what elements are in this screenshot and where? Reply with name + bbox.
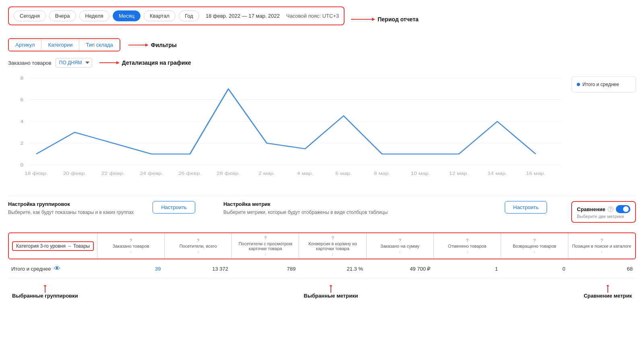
settings-groupings-description: Выберите, как будут показаны товары и в …: [8, 210, 144, 215]
chart-svg: 8 6 4 2 0 18 февр. 20 февр. 22 февр. 24 …: [8, 72, 572, 185]
eye-icon[interactable]: 👁: [54, 265, 60, 272]
col-returned-sort-icon[interactable]: ↓: [533, 249, 535, 254]
svg-text:12 мар.: 12 мар.: [449, 171, 469, 176]
detalization-select[interactable]: ПО ДНЯМ: [56, 58, 92, 68]
comparison-title: Сравнение: [577, 206, 605, 212]
col-canceled-sort-icon[interactable]: ↓: [466, 249, 468, 254]
settings-groupings-title: Настройка группировок: [8, 201, 144, 207]
legend-item: Итого и среднее: [577, 82, 631, 87]
svg-text:14 мар.: 14 мар.: [487, 171, 507, 176]
comparison-block: Сравнение ? Выберите две метрики: [571, 201, 636, 223]
period-arrow-icon: [351, 16, 375, 23]
svg-marker-5: [116, 61, 120, 64]
col-position: ? Позиция в поиске и каталоге ↓: [568, 233, 635, 259]
col-canceled: ? Отменено товаров ↓: [434, 233, 501, 259]
comparison-toggle[interactable]: [616, 205, 630, 213]
groupings-annotation-label: Выбранные группировки: [12, 293, 78, 299]
col-visitors-all: ? Посетители, всего ↓: [165, 233, 232, 259]
svg-text:26 февр.: 26 февр.: [178, 171, 202, 176]
period-year-button[interactable]: Год: [179, 10, 199, 21]
col-visitors-sort-icon[interactable]: ↓: [197, 249, 199, 254]
svg-text:24 февр.: 24 февр.: [140, 171, 163, 176]
col-returned: ? Возвращено товаров ↓: [501, 233, 568, 259]
svg-text:6: 6: [20, 97, 23, 102]
table-col-grouping: Категория 3-го уровня → Товары: [9, 233, 97, 259]
filters-annotation-label: Фильтры: [151, 42, 177, 48]
filters-arrow-icon: [128, 42, 149, 48]
svg-marker-35: [606, 285, 609, 286]
settings-metrics-description: Выберите метрики, которые будут отображе…: [223, 210, 497, 215]
total-ordered: 39: [97, 264, 164, 273]
svg-text:0: 0: [20, 162, 23, 167]
filters-box: Артикул Категории Тип склада: [8, 38, 120, 51]
filter-categories-button[interactable]: Категории: [41, 39, 79, 51]
col-sum-help-icon: ?: [399, 238, 401, 243]
table-area: Категория 3-го уровня → Товары ? Заказан…: [8, 232, 636, 278]
legend-dot: [577, 83, 580, 86]
col-returned-help-icon: ?: [533, 238, 536, 243]
col-canceled-help-icon: ?: [466, 238, 469, 243]
svg-marker-1: [372, 18, 375, 21]
table-metrics-headers: ? Заказано товаров ↓ ? Посетители, всего…: [97, 233, 635, 259]
chart-main: 8 6 4 2 0 18 февр. 20 февр. 22 февр. 24 …: [8, 72, 572, 186]
comparison-annotation-label: Сравнение метрик: [584, 293, 632, 299]
svg-text:18 февр.: 18 февр.: [25, 171, 48, 176]
groupings-configure-button[interactable]: Настроить: [153, 201, 195, 214]
col-visitors-help-icon: ?: [197, 238, 199, 243]
settings-row: Настройка группировок Выберите, как буду…: [8, 196, 636, 228]
comparison-help-icon[interactable]: ?: [608, 206, 613, 212]
svg-text:6 мар.: 6 мар.: [335, 171, 352, 176]
col-ordered-help-icon: ?: [130, 238, 132, 243]
legend-label: Итого и среднее: [582, 82, 619, 87]
svg-text:28 февр.: 28 февр.: [217, 171, 240, 176]
detalization-label: Заказано товаров: [8, 60, 52, 66]
groupings-arrow-up-icon: [39, 285, 51, 293]
svg-marker-33: [329, 285, 332, 286]
svg-text:22 февр.: 22 февр.: [101, 171, 125, 176]
svg-marker-31: [43, 285, 47, 286]
period-month-button[interactable]: Месяц: [113, 10, 140, 21]
table-total-row: Итого и среднее 👁 39 13 372 789 21.3 % 4…: [8, 259, 636, 278]
comparison-arrow-up-icon: [602, 285, 614, 293]
period-week-button[interactable]: Неделя: [79, 10, 109, 21]
col-ordered-label: Заказано товаров: [112, 244, 149, 249]
period-quarter-button[interactable]: Квартал: [144, 10, 175, 21]
col-position-sort-icon[interactable]: ↓: [601, 249, 603, 254]
detalization-arrow-icon: [99, 60, 120, 66]
period-row: Сегодня Вчера Неделя Месяц Квартал Год 1…: [8, 6, 345, 25]
metrics-configure-button[interactable]: Настроить: [505, 201, 547, 214]
grouping-tag: Категория 3-го уровня → Товары: [12, 241, 94, 251]
svg-text:8: 8: [20, 76, 23, 80]
total-returned: 0: [501, 264, 569, 273]
col-returned-label: Возвращено товаров: [513, 244, 556, 249]
chart-legend: Итого и среднее: [572, 76, 636, 92]
svg-text:4 мар.: 4 мар.: [297, 171, 314, 176]
settings-metrics-title: Настройка метрик: [223, 201, 497, 207]
col-canceled-label: Отменено товаров: [448, 244, 487, 249]
total-canceled: 1: [434, 264, 502, 273]
filter-article-button[interactable]: Артикул: [9, 39, 41, 51]
period-today-button[interactable]: Сегодня: [14, 10, 46, 21]
total-sum: 49 700 ₽: [366, 264, 434, 273]
total-visitors-card: 789: [231, 264, 299, 273]
svg-text:16 мар.: 16 мар.: [526, 171, 546, 176]
svg-text:2 мар.: 2 мар.: [258, 171, 275, 176]
period-yesterday-button[interactable]: Вчера: [49, 10, 76, 21]
col-sum-sort-icon[interactable]: ↓: [399, 249, 401, 254]
col-cart-sort-icon[interactable]: ↓: [332, 252, 334, 256]
col-position-label: Позиция в поиске и каталоге: [572, 244, 631, 249]
total-cart-conversion: 21.3 %: [299, 264, 367, 273]
filter-warehouse-button[interactable]: Тип склада: [79, 39, 119, 51]
svg-marker-3: [145, 43, 149, 47]
col-ordered-sort-icon[interactable]: ↓: [130, 249, 132, 254]
svg-text:8 мар.: 8 мар.: [374, 171, 390, 176]
col-cart-conversion: ? Конверсия в корзину из карточки товара…: [299, 233, 366, 259]
col-ordered: ? Заказано товаров ↓: [97, 233, 165, 259]
col-visitors-card-label: Посетители с просмотром карточки товара: [233, 241, 297, 251]
col-visitors-card-sort-icon[interactable]: ↓: [264, 252, 266, 256]
svg-text:20 февр.: 20 февр.: [63, 171, 87, 176]
col-visitors-all-label: Посетители, всего: [180, 244, 217, 249]
detalization-row: Заказано товаров ПО ДНЯМ Детализация на …: [8, 58, 636, 68]
filters-row: Артикул Категории Тип склада Фильтры: [8, 38, 636, 51]
col-sum-label: Заказано на сумму: [380, 244, 419, 249]
